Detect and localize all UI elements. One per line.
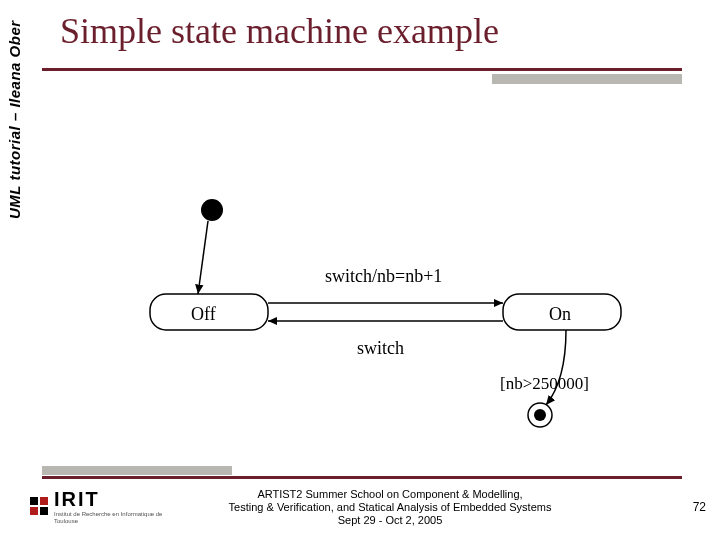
- footer-line3: Sept 29 - Oct 2, 2005: [338, 514, 443, 526]
- final-state-inner: [534, 409, 546, 421]
- slide: UML tutorial – Ileana Ober Simple state …: [0, 0, 720, 540]
- transition-guard-label: [nb>250000]: [500, 374, 589, 394]
- footer-line2: Testing & Verification, and Statical Ana…: [229, 501, 552, 513]
- logo-subtext: Institut de Recherche en Informatique de…: [54, 511, 180, 525]
- footer-rule: [42, 476, 682, 479]
- initial-state-icon: [201, 199, 223, 221]
- page-number: 72: [693, 500, 706, 514]
- footer-text: ARTIST2 Summer School on Component & Mod…: [200, 488, 580, 527]
- transition-initial-to-off: [198, 221, 208, 294]
- transition-off-to-on-label: switch/nb=nb+1: [325, 266, 442, 287]
- footer-line1: ARTIST2 Summer School on Component & Mod…: [257, 488, 522, 500]
- logo-text: IRIT: [54, 488, 180, 511]
- logo-squares-icon: [30, 497, 48, 515]
- off-state-label: Off: [191, 304, 216, 325]
- transition-on-to-off-label: switch: [357, 338, 404, 359]
- on-state-label: On: [549, 304, 571, 325]
- logo: IRIT Institut de Recherche en Informatiq…: [30, 490, 180, 522]
- footer-rule-shadow: [42, 466, 232, 475]
